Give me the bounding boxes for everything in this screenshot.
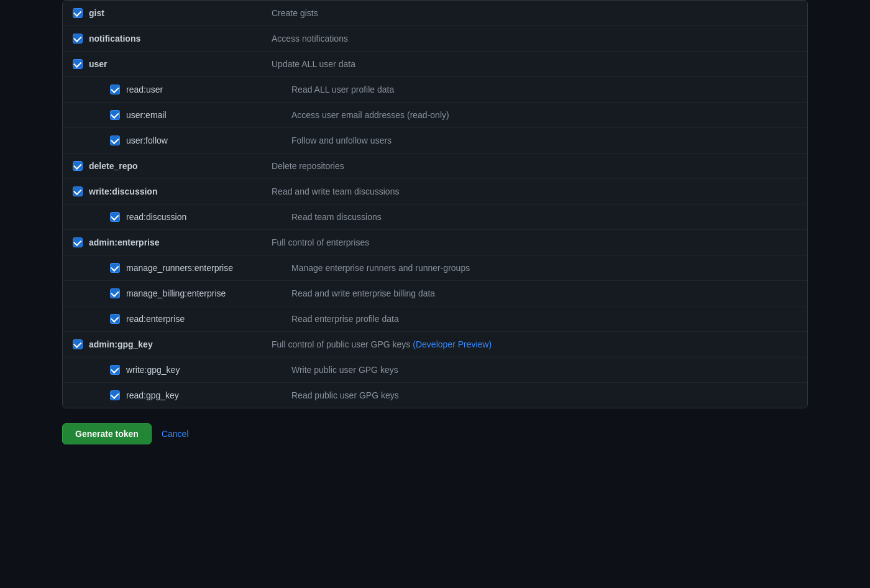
developer-preview-link[interactable]: (Developer Preview): [413, 339, 492, 349]
permission-desc-admin_gpg_key: Full control of public user GPG keys(Dev…: [272, 339, 797, 349]
checkbox-manage_billing_enterprise[interactable]: [110, 288, 120, 298]
permission-desc-manage_runners_enterprise: Manage enterprise runners and runner-gro…: [291, 263, 797, 273]
permission-desc-read_gpg_key: Read public user GPG keys: [291, 390, 797, 400]
permission-row-read_enterprise: read:enterpriseRead enterprise profile d…: [63, 306, 807, 332]
permission-row-user_email: user:emailAccess user email addresses (r…: [63, 103, 807, 128]
permission-name-user: user: [89, 59, 108, 69]
permission-name-admin_gpg_key: admin:gpg_key: [89, 339, 153, 349]
permission-name-read_user: read:user: [126, 85, 163, 94]
permission-row-gist: gistCreate gists: [63, 1, 807, 26]
permission-row-read_gpg_key: read:gpg_keyRead public user GPG keys: [63, 383, 807, 408]
checkbox-notifications[interactable]: [73, 34, 83, 44]
permission-desc-user_follow: Follow and unfollow users: [291, 136, 797, 145]
permission-name-delete_repo: delete_repo: [89, 161, 138, 171]
permission-desc-write_gpg_key: Write public user GPG keys: [291, 365, 797, 375]
checkbox-user[interactable]: [73, 59, 83, 69]
permission-name-user_email: user:email: [126, 110, 167, 120]
permission-desc-user_email: Access user email addresses (read-only): [291, 110, 797, 120]
permission-row-user: userUpdate ALL user data: [63, 52, 807, 77]
checkbox-user_email[interactable]: [110, 110, 120, 120]
permission-name-manage_billing_enterprise: manage_billing:enterprise: [126, 288, 226, 298]
permission-name-user_follow: user:follow: [126, 136, 168, 145]
checkbox-read_discussion[interactable]: [110, 212, 120, 222]
permission-desc-gist: Create gists: [272, 8, 797, 18]
permission-name-write_discussion: write:discussion: [89, 186, 157, 196]
permission-desc-notifications: Access notifications: [272, 34, 797, 44]
permissions-table: gistCreate gistsnotificationsAccess noti…: [62, 0, 808, 408]
checkbox-read_gpg_key[interactable]: [110, 390, 120, 400]
permission-name-write_gpg_key: write:gpg_key: [126, 365, 180, 375]
cancel-link[interactable]: Cancel: [162, 429, 189, 439]
checkbox-read_enterprise[interactable]: [110, 314, 120, 324]
checkbox-delete_repo[interactable]: [73, 161, 83, 171]
permission-row-write_discussion: write:discussionRead and write team disc…: [63, 179, 807, 204]
permission-row-manage_runners_enterprise: manage_runners:enterpriseManage enterpri…: [63, 255, 807, 281]
checkbox-user_follow[interactable]: [110, 136, 120, 145]
permission-desc-admin_enterprise: Full control of enterprises: [272, 237, 797, 247]
permission-desc-delete_repo: Delete repositories: [272, 161, 797, 171]
checkbox-admin_enterprise[interactable]: [73, 237, 83, 247]
permission-desc-manage_billing_enterprise: Read and write enterprise billing data: [291, 288, 797, 298]
permission-desc-read_enterprise: Read enterprise profile data: [291, 314, 797, 324]
permission-name-manage_runners_enterprise: manage_runners:enterprise: [126, 263, 233, 273]
permission-row-write_gpg_key: write:gpg_keyWrite public user GPG keys: [63, 357, 807, 383]
permission-name-notifications: notifications: [89, 34, 140, 44]
permission-name-read_gpg_key: read:gpg_key: [126, 390, 179, 400]
checkbox-admin_gpg_key[interactable]: [73, 339, 83, 349]
permission-row-delete_repo: delete_repoDelete repositories: [63, 154, 807, 179]
permission-row-admin_enterprise: admin:enterpriseFull control of enterpri…: [63, 230, 807, 255]
permission-desc-write_discussion: Read and write team discussions: [272, 186, 797, 196]
permission-row-admin_gpg_key: admin:gpg_keyFull control of public user…: [63, 332, 807, 357]
permission-row-read_discussion: read:discussionRead team discussions: [63, 204, 807, 230]
generate-token-button[interactable]: Generate token: [62, 423, 152, 444]
checkbox-manage_runners_enterprise[interactable]: [110, 263, 120, 273]
page-container: gistCreate gistsnotificationsAccess noti…: [0, 0, 870, 482]
permission-row-manage_billing_enterprise: manage_billing:enterpriseRead and write …: [63, 281, 807, 306]
footer-area: Generate token Cancel: [62, 423, 808, 444]
permission-name-read_enterprise: read:enterprise: [126, 314, 185, 324]
checkbox-write_discussion[interactable]: [73, 186, 83, 196]
permission-row-user_follow: user:followFollow and unfollow users: [63, 128, 807, 154]
permission-desc-read_discussion: Read team discussions: [291, 212, 797, 222]
checkbox-read_user[interactable]: [110, 85, 120, 94]
checkbox-gist[interactable]: [73, 8, 83, 18]
permission-desc-read_user: Read ALL user profile data: [291, 85, 797, 94]
permission-name-admin_enterprise: admin:enterprise: [89, 237, 160, 247]
permission-name-gist: gist: [89, 8, 104, 18]
permission-row-notifications: notificationsAccess notifications: [63, 26, 807, 52]
permission-desc-user: Update ALL user data: [272, 59, 797, 69]
checkbox-write_gpg_key[interactable]: [110, 365, 120, 375]
permission-row-read_user: read:userRead ALL user profile data: [63, 77, 807, 103]
permission-name-read_discussion: read:discussion: [126, 212, 186, 222]
